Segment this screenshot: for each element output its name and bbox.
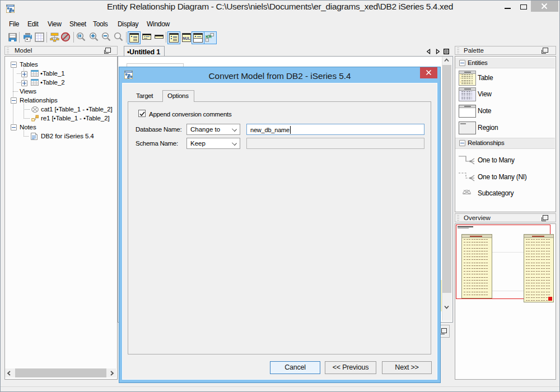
svg-text:KR: KR [206, 34, 212, 39]
